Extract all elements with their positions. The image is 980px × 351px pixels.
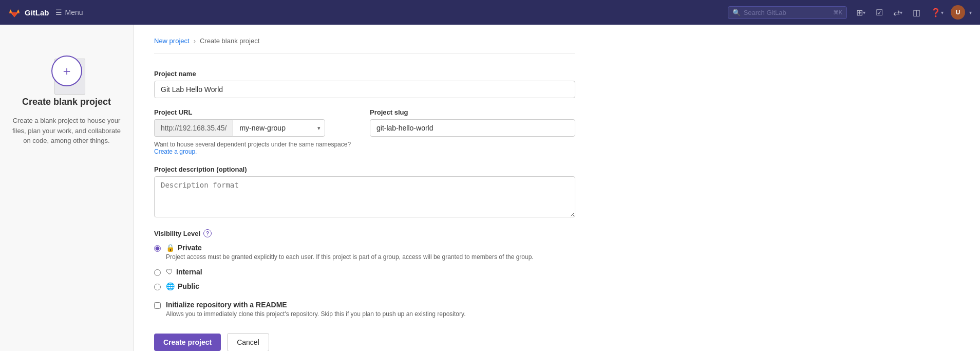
visibility-private-item: 🔒 Private Project access must be granted…	[154, 244, 575, 262]
issues-button[interactable]: ◫	[910, 6, 924, 20]
lock-icon: 🔒	[166, 244, 175, 252]
project-description-section: Project description (optional)	[154, 165, 575, 219]
navbar-actions: ⊞ ▾ ☑ ⇄ ▾ ◫ ❓ ▾ U ▾	[853, 5, 972, 20]
breadcrumb-current: Create blank project	[200, 37, 259, 45]
navbar: GitLab ☰ Menu 🔍 ⌘K ⊞ ▾ ☑ ⇄ ▾ ◫ ❓ ▾ U ▾	[0, 0, 980, 25]
create-group-link[interactable]: Create a group.	[154, 148, 197, 155]
init-readme-item: Initialize repository with a README Allo…	[154, 301, 575, 319]
visibility-internal-label-row: 🛡 Internal	[166, 268, 202, 276]
gitlab-fox-icon	[8, 6, 21, 19]
issues-icon: ◫	[913, 8, 920, 17]
project-slug-section: Project slug	[370, 108, 575, 137]
visibility-label-row: Visibility Level ?	[154, 229, 575, 237]
plus-new-button[interactable]: ⊞ ▾	[853, 6, 869, 20]
init-readme-section: Initialize repository with a README Allo…	[154, 301, 575, 319]
group-hint: Want to house several dependent projects…	[154, 141, 360, 155]
project-name-input[interactable]	[154, 81, 575, 98]
visibility-private-label: Private	[178, 244, 202, 252]
create-project-button[interactable]: Create project	[154, 334, 221, 351]
visibility-internal-content: 🛡 Internal	[166, 268, 202, 276]
visibility-section: Visibility Level ? 🔒 Private Project acc…	[154, 229, 575, 290]
project-slug-input[interactable]	[370, 119, 575, 137]
project-name-label: Project name	[154, 70, 575, 78]
todo-icon: ☑	[876, 8, 883, 17]
left-panel-title: Create blank project	[22, 97, 111, 107]
gitlab-logo[interactable]: GitLab	[8, 6, 49, 19]
merge-request-button[interactable]: ⇄ ▾	[890, 6, 906, 20]
init-readme-desc: Allows you to immediately clone this pro…	[166, 310, 465, 319]
plus-icon: ⊞	[856, 8, 863, 17]
merge-icon: ⇄	[893, 8, 900, 17]
visibility-label-text: Visibility Level	[154, 230, 200, 237]
visibility-internal-item: 🛡 Internal	[154, 268, 575, 276]
gitlab-brand-text: GitLab	[25, 8, 49, 17]
search-icon: 🔍	[732, 9, 741, 16]
visibility-info-icon[interactable]: ?	[203, 229, 212, 237]
visibility-private-desc: Project access must be granted explicitl…	[166, 253, 534, 262]
url-namespace-select[interactable]: my-new-group root	[233, 120, 325, 136]
project-slug-label: Project slug	[370, 108, 575, 116]
breadcrumb: New project › Create blank project	[154, 37, 575, 53]
init-readme-content: Initialize repository with a README Allo…	[166, 301, 465, 319]
help-chevron-icon: ▾	[941, 10, 944, 15]
project-plus-icon: ＋	[61, 63, 73, 79]
project-url-section: Project URL http://192.168.35.45/ my-new…	[154, 108, 360, 155]
group-hint-text: Want to house several dependent projects…	[154, 141, 351, 148]
visibility-public-item: 🌐 Public	[154, 282, 575, 290]
menu-button[interactable]: ☰ Menu	[55, 8, 83, 16]
search-input[interactable]	[744, 9, 830, 16]
visibility-public-label-row: 🌐 Public	[166, 282, 199, 290]
page-wrapper: ＋ Create blank project Create a blank pr…	[0, 25, 980, 351]
todo-button[interactable]: ☑	[873, 6, 886, 20]
actions-row: Create project Cancel	[154, 333, 575, 351]
url-slug-row: Project URL http://192.168.35.45/ my-new…	[154, 108, 575, 155]
project-description-label: Project description (optional)	[154, 165, 575, 173]
visibility-internal-radio[interactable]	[154, 269, 161, 276]
visibility-public-label: Public	[178, 282, 199, 290]
visibility-private-content: 🔒 Private Project access must be granted…	[166, 244, 534, 262]
left-panel-description: Create a blank project to house your fil…	[12, 116, 121, 146]
help-button[interactable]: ❓ ▾	[928, 6, 947, 20]
menu-label: Menu	[65, 8, 83, 16]
project-icon-circle: ＋	[51, 56, 82, 86]
project-url-label: Project URL	[154, 108, 360, 116]
radio-group: 🔒 Private Project access must be granted…	[154, 244, 575, 290]
plus-chevron-icon: ▾	[863, 10, 865, 15]
hamburger-icon: ☰	[55, 8, 62, 16]
help-icon: ❓	[931, 8, 941, 17]
right-panel: New project › Create blank project Proje…	[134, 25, 596, 351]
project-name-section: Project name	[154, 70, 575, 98]
url-prefix-text: http://192.168.35.45/	[154, 119, 233, 137]
left-panel: ＋ Create blank project Create a blank pr…	[0, 25, 134, 351]
avatar-chevron-icon: ▾	[969, 10, 972, 15]
url-namespace-wrapper[interactable]: my-new-group root ▾	[233, 119, 325, 137]
cancel-button[interactable]: Cancel	[227, 333, 269, 351]
url-row: http://192.168.35.45/ my-new-group root …	[154, 119, 360, 137]
init-readme-label: Initialize repository with a README	[166, 301, 465, 309]
breadcrumb-parent-link[interactable]: New project	[154, 37, 190, 45]
user-avatar[interactable]: U	[951, 5, 965, 20]
project-icon-container: ＋	[51, 56, 82, 86]
mr-chevron-icon: ▾	[900, 10, 902, 15]
visibility-internal-label: Internal	[176, 268, 202, 276]
breadcrumb-separator: ›	[194, 37, 196, 45]
project-description-input[interactable]	[154, 176, 575, 217]
visibility-public-content: 🌐 Public	[166, 282, 199, 290]
search-bar[interactable]: 🔍 ⌘K	[728, 6, 847, 19]
shield-icon: 🛡	[166, 268, 173, 276]
visibility-public-radio[interactable]	[154, 284, 161, 290]
search-shortcut: ⌘K	[833, 9, 842, 16]
visibility-private-label-row: 🔒 Private	[166, 244, 534, 252]
init-readme-checkbox[interactable]	[154, 302, 161, 309]
globe-icon: 🌐	[166, 282, 175, 290]
visibility-private-radio[interactable]	[154, 245, 161, 252]
